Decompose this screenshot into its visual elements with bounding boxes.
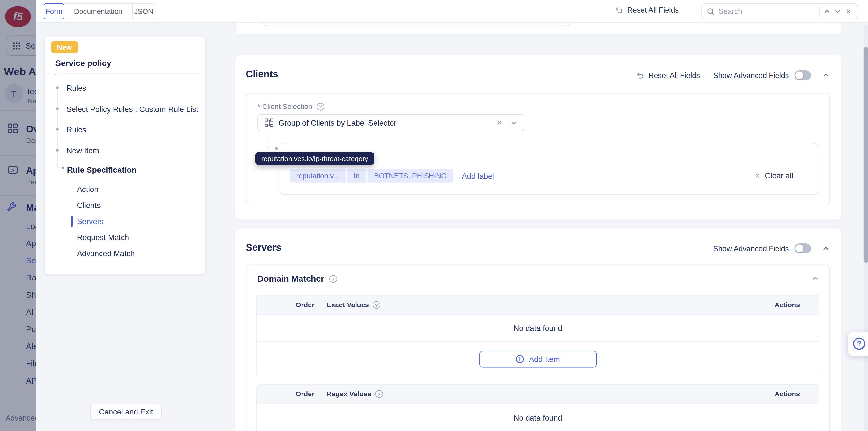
nav-item-clients[interactable]: Clients bbox=[77, 201, 100, 210]
domain-matcher-group: Domain Matcher ? Order Exact Values ? Ac… bbox=[246, 264, 830, 431]
nested-field-connector bbox=[267, 131, 277, 150]
collapse-section-icon[interactable] bbox=[812, 275, 818, 281]
divider bbox=[45, 74, 206, 74]
add-label-link[interactable]: Add label bbox=[462, 171, 494, 180]
nav-item-advanced-match[interactable]: Advanced Match bbox=[77, 249, 134, 258]
regex-values-table: Order Regex Values ? Actions No data fou… bbox=[256, 384, 819, 431]
column-order: Order bbox=[296, 301, 314, 309]
empty-state: No data found bbox=[257, 404, 819, 431]
column-regex-values-text: Regex Values bbox=[327, 390, 371, 398]
help-icon[interactable]: ? bbox=[317, 103, 324, 110]
label-values-chip[interactable]: BOTNETS, PHISHING bbox=[367, 169, 454, 183]
column-regex-values: Regex Values ? bbox=[327, 390, 383, 398]
undo-arrow-icon bbox=[636, 71, 645, 79]
show-advanced-fields-toggle[interactable] bbox=[794, 70, 811, 80]
nav-item-request-match[interactable]: Request Match bbox=[77, 233, 129, 242]
label-operator-chip[interactable]: In bbox=[347, 169, 366, 183]
servers-section: Servers Show Advanced Fields Domain Matc… bbox=[235, 229, 841, 431]
empty-state: No data found bbox=[257, 315, 819, 342]
chevron-up-icon[interactable] bbox=[824, 8, 830, 14]
tree-bullet bbox=[56, 86, 59, 89]
clients-header-controls: Reset All Fields Show Advanced Fields bbox=[636, 70, 829, 81]
reset-all-fields-label: Reset All Fields bbox=[627, 6, 679, 14]
add-item-label: Add Item bbox=[529, 354, 560, 363]
form-nav-card: New Service policy ⌄ Rules Select Policy… bbox=[44, 36, 206, 275]
nav-item-action[interactable]: Action bbox=[77, 185, 98, 194]
undo-arrow-icon bbox=[615, 6, 623, 14]
screen: f5 Sele Web Ap T tec Nam Ove bbox=[0, 0, 868, 431]
active-item-indicator bbox=[71, 216, 72, 227]
new-badge: New bbox=[51, 41, 78, 53]
column-order: Order bbox=[296, 390, 314, 398]
clear-all-button[interactable]: ✕ Clear all bbox=[754, 171, 793, 180]
toggle-knob bbox=[796, 245, 803, 253]
tree-bullet bbox=[56, 128, 59, 131]
chevron-down-icon[interactable] bbox=[834, 8, 841, 14]
reset-all-fields-button[interactable]: Reset All Fields bbox=[615, 6, 679, 14]
clients-section: Clients Reset All Fields Show Advanced F… bbox=[235, 55, 841, 220]
nav-item-rule-specification[interactable]: Rule Specification bbox=[67, 165, 136, 174]
tree-bullet bbox=[56, 107, 59, 110]
dropdown-value: Group of Clients by Label Selector bbox=[278, 118, 488, 127]
search-icon bbox=[707, 7, 715, 15]
column-actions: Actions bbox=[775, 390, 800, 398]
servers-section-title: Servers bbox=[246, 242, 281, 254]
search-input[interactable] bbox=[719, 7, 815, 15]
search-close-icon[interactable]: ✕ bbox=[845, 7, 852, 15]
tab-documentation[interactable]: Documentation bbox=[64, 3, 133, 20]
cancel-and-exit-button[interactable]: Cancel and Exit bbox=[90, 404, 162, 420]
label-key-chip[interactable]: reputation.v... bbox=[289, 169, 346, 183]
clear-all-label: Clear all bbox=[765, 171, 793, 180]
client-selection-label: * Client Selection ? bbox=[257, 102, 324, 111]
nav-item-new-item[interactable]: New Item bbox=[66, 146, 99, 155]
toggle-knob bbox=[796, 71, 803, 79]
panel-topbar: Form Documentation JSON Reset All Fields bbox=[36, 0, 868, 23]
help-icon[interactable]: ? bbox=[329, 275, 337, 283]
collapse-section-icon[interactable] bbox=[823, 245, 829, 252]
previous-section-card bbox=[235, 23, 841, 35]
table-header: Order Regex Values ? Actions bbox=[257, 385, 819, 404]
help-icon: ? bbox=[853, 338, 865, 350]
show-advanced-fields-label: Show Advanced Fields bbox=[713, 244, 789, 253]
tab-form[interactable]: Form bbox=[44, 3, 64, 20]
domain-matcher-title-text: Domain Matcher bbox=[257, 274, 324, 284]
tab-json[interactable]: JSON bbox=[133, 3, 155, 20]
clients-reset-all-fields-button[interactable]: Reset All Fields bbox=[636, 71, 700, 79]
view-tabs: Form Documentation JSON bbox=[44, 3, 155, 20]
show-advanced-fields-toggle[interactable] bbox=[794, 243, 811, 254]
collapse-section-icon[interactable] bbox=[823, 72, 829, 78]
tree-bullet bbox=[56, 149, 59, 152]
form-panel: Form Documentation JSON Reset All Fields bbox=[36, 0, 868, 431]
exact-values-table: Order Exact Values ? Actions No data fou… bbox=[256, 295, 819, 376]
column-actions: Actions bbox=[775, 301, 800, 309]
label-selector-icon bbox=[265, 118, 273, 127]
label-key-tooltip: reputation.ves.io/ip-threat-category bbox=[255, 152, 374, 165]
expand-arrow-icon: ▸ bbox=[62, 164, 65, 170]
client-selection-group: * Client Selection ? Group of Clients by… bbox=[246, 93, 830, 205]
nav-item-rules-1[interactable]: Rules bbox=[66, 84, 86, 92]
clear-all-icon: ✕ bbox=[754, 171, 761, 179]
connector-dot bbox=[275, 147, 278, 150]
nav-item-rules-2[interactable]: Rules bbox=[66, 125, 86, 134]
previous-section-field bbox=[263, 23, 570, 26]
show-advanced-fields-label: Show Advanced Fields bbox=[713, 71, 789, 79]
help-button[interactable]: ? bbox=[848, 332, 868, 356]
help-icon[interactable]: ? bbox=[373, 301, 380, 309]
servers-header-controls: Show Advanced Fields bbox=[713, 243, 829, 254]
sidebar-dim-overlay bbox=[0, 0, 36, 431]
nav-item-select-policy-rules[interactable]: Select Policy Rules : Custom Rule List bbox=[66, 105, 198, 113]
form-title: Service policy bbox=[55, 58, 111, 68]
dropdown-clear-icon[interactable]: ✕ bbox=[493, 119, 505, 127]
add-item-button[interactable]: Add Item bbox=[479, 351, 596, 367]
nav-item-servers[interactable]: Servers bbox=[77, 217, 104, 226]
column-exact-values-text: Exact Values bbox=[327, 301, 369, 309]
client-selection-dropdown[interactable]: Group of Clients by Label Selector ✕ bbox=[257, 114, 524, 131]
client-selection-label-text: * Client Selection bbox=[257, 102, 312, 111]
label-selector-box: reputation.v... In BOTNETS, PHISHING Add… bbox=[280, 143, 818, 195]
chevron-down-icon[interactable] bbox=[510, 119, 517, 126]
collapse-caret-icon[interactable]: ⌄ bbox=[51, 70, 59, 77]
help-icon[interactable]: ? bbox=[375, 390, 383, 398]
scrollbar-thumb[interactable] bbox=[864, 47, 868, 263]
table-footer: Add Item bbox=[257, 342, 819, 376]
divider bbox=[819, 7, 820, 15]
